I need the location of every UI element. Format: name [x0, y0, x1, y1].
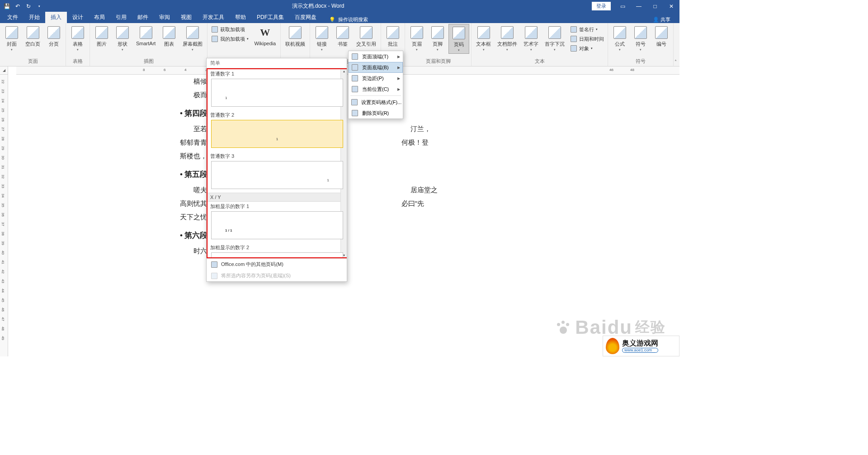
qat-customize-icon[interactable]: ▾: [34, 1, 44, 11]
批注-icon: [386, 25, 400, 40]
menu-当前位置(C)[interactable]: 当前位置(C)▶: [349, 84, 403, 95]
gallery-scroll[interactable]: ▴▾ 普通数字 11普通数字 21普通数字 31X / Y加粗显示的数字 11 …: [207, 68, 347, 258]
save-icon[interactable]: 💾: [2, 1, 12, 11]
tab-设计[interactable]: 设计: [67, 12, 89, 23]
ribbon-艺术字[interactable]: 艺术字▾: [521, 24, 541, 53]
ribbon-group-插图: 图片形状▾SmartArt图表屏幕截图▾插图: [90, 23, 208, 66]
ribbon-表格[interactable]: 表格▾: [68, 24, 88, 53]
tab-视图[interactable]: 视图: [175, 12, 197, 23]
menu-页面底端(B)[interactable]: 页面底端(B)▶: [349, 62, 403, 73]
ribbon-联机视频[interactable]: 联机视频: [283, 24, 308, 49]
ribbon-label: 空白页: [25, 41, 40, 47]
redo-icon[interactable]: ↻: [24, 1, 33, 11]
ribbon-对象[interactable]: 对象 ▾: [568, 44, 606, 53]
window-title: 演示文档.docx - Word: [44, 2, 592, 10]
图表-icon: [162, 25, 176, 40]
ribbon-我的加载项[interactable]: 我的加载项 ▾: [209, 34, 250, 43]
share-button[interactable]: 👤 共享: [649, 15, 674, 24]
ribbon-获取加载项[interactable]: 获取加载项: [209, 25, 250, 34]
gallery-item-label: 加粗显示的数字 1: [208, 202, 347, 211]
ribbon-编号[interactable]: 编号: [651, 24, 671, 49]
tab-文件[interactable]: 文件: [2, 12, 24, 23]
maximize-icon[interactable]: □: [647, 0, 663, 12]
tab-引用[interactable]: 引用: [110, 12, 132, 23]
ribbon-批注[interactable]: 批注: [383, 24, 403, 49]
store-icon: [211, 26, 218, 33]
gallery-more-office[interactable]: Office.com 中的其他页码(M): [207, 259, 347, 270]
wikipedia-icon: W: [258, 25, 272, 40]
ribbon-链接[interactable]: 链接▾: [312, 24, 332, 53]
ribbon-label: 分页: [49, 41, 59, 47]
tab-开始[interactable]: 开始: [24, 12, 45, 23]
ribbon-符号[interactable]: 符号▾: [631, 24, 651, 53]
ribbon-形状[interactable]: 形状▾: [113, 24, 132, 53]
chevron-right-icon: ▶: [397, 66, 400, 70]
menu-页边距(P)[interactable]: 页边距(P)▶: [349, 73, 403, 84]
ribbon-公式[interactable]: 公式▾: [610, 24, 630, 53]
site-logo: 奥义游戏网 www.aoe1.com: [603, 336, 679, 356]
ribbon-label: 形状: [118, 41, 127, 47]
ribbon-label: 表格: [73, 41, 83, 47]
minimize-icon[interactable]: —: [631, 0, 647, 12]
gallery-item-普通数字 3[interactable]: 1: [211, 161, 343, 189]
ribbon-页眉[interactable]: 页眉▾: [407, 24, 427, 53]
交叉引用-icon: [359, 25, 373, 40]
menu-页面顶端(T)[interactable]: 页面顶端(T)▶: [349, 51, 403, 62]
menu-删除页码(R)[interactable]: 删除页码(R): [349, 108, 403, 118]
ribbon-文档部件[interactable]: 文档部件▾: [495, 24, 520, 53]
menu-item-label: 当前位置(C): [362, 86, 389, 93]
undo-icon[interactable]: ↶: [13, 1, 23, 11]
ribbon-书签[interactable]: 书签: [333, 24, 353, 49]
ribbon-group-label: 表格: [68, 57, 88, 66]
ribbon-页脚[interactable]: 页脚▾: [428, 24, 448, 53]
tab-邮件[interactable]: 邮件: [132, 12, 154, 23]
tab-开发工具[interactable]: 开发工具: [197, 12, 230, 23]
tab-审阅[interactable]: 审阅: [154, 12, 175, 23]
ribbon-Wikipedia[interactable]: WWikipedia: [251, 24, 278, 47]
ribbon-首字下沉[interactable]: 首字下沉▾: [542, 24, 567, 53]
vertical-ruler[interactable]: 2122232425262728293031323334353637383940…: [0, 66, 8, 356]
ribbon-SmartArt[interactable]: SmartArt: [133, 24, 158, 47]
gallery-item-普通数字 2[interactable]: 1: [211, 120, 343, 148]
dropdown-arrow-icon: ▾: [640, 48, 642, 52]
ribbon-日期和时间[interactable]: 日期和时间: [568, 34, 606, 43]
gallery-item-普通数字 1[interactable]: 1: [211, 79, 343, 107]
menu-设置页码格式(F)...[interactable]: 设置页码格式(F)...: [349, 97, 403, 108]
表格-icon: [71, 25, 85, 40]
login-button[interactable]: 登录: [592, 2, 611, 10]
ribbon-group-label: 插图: [92, 57, 205, 66]
ribbon-options-icon[interactable]: ▭: [614, 0, 631, 12]
ribbon-group-label: 页眉和页脚: [407, 57, 469, 66]
ribbon-分页[interactable]: 分页: [44, 24, 64, 49]
menu-item-icon: [351, 109, 359, 117]
close-icon[interactable]: ✕: [663, 0, 679, 12]
gallery-item-加粗显示的数字 1[interactable]: 1 / 1: [211, 211, 343, 239]
save-selection-icon: [211, 273, 217, 279]
ribbon-label: 屏幕截图: [183, 41, 203, 47]
ribbon-页码[interactable]: 页码▾: [448, 24, 469, 54]
ribbon-label: 首字下沉: [545, 41, 565, 47]
ribbon-图片[interactable]: 图片: [92, 24, 112, 49]
menu-item-icon: [351, 75, 359, 82]
gallery-item-label: 普通数字 3: [208, 152, 347, 161]
ribbon-屏幕截图[interactable]: 屏幕截图▾: [180, 24, 205, 53]
tab-PDF工具集[interactable]: PDF工具集: [251, 12, 289, 23]
tell-me[interactable]: 💡 操作说明搜索: [329, 16, 368, 23]
quick-access-toolbar: 💾 ↶ ↻ ▾: [0, 1, 44, 11]
ribbon-交叉引用[interactable]: 交叉引用: [354, 24, 379, 49]
ribbon-封面[interactable]: 封面▾: [2, 24, 22, 53]
ribbon-图表[interactable]: 图表: [159, 24, 179, 49]
gallery-item-加粗显示的数字 2[interactable]: 1 / 1: [211, 252, 343, 258]
ribbon-label: Wikipedia: [254, 41, 276, 46]
ribbon-空白页[interactable]: 空白页: [23, 24, 43, 49]
ribbon-label: 公式: [615, 41, 625, 47]
tab-插入[interactable]: 插入: [45, 12, 67, 23]
tab-百度网盘[interactable]: 百度网盘: [289, 12, 322, 23]
ribbon-签名行[interactable]: 签名行 ▾: [568, 25, 606, 34]
ribbon-文本框[interactable]: 文本框▾: [473, 24, 494, 53]
tab-帮助[interactable]: 帮助: [230, 12, 251, 23]
ribbon-small-label: 日期和时间: [579, 36, 604, 43]
tab-布局[interactable]: 布局: [89, 12, 110, 23]
dropdown-arrow-icon: ▾: [437, 48, 439, 52]
collapse-ribbon-icon[interactable]: ˄: [675, 59, 677, 64]
